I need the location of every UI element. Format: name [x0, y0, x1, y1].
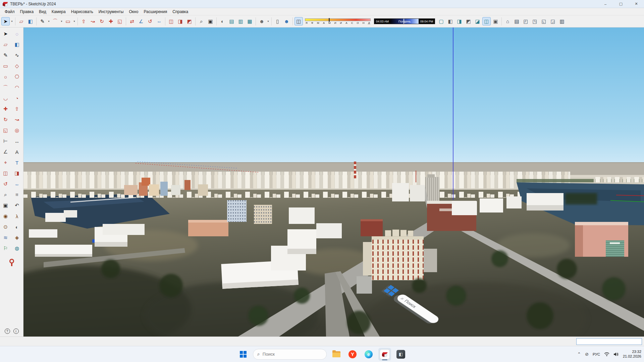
avatar-icon[interactable]: ☻ [258, 17, 266, 25]
view-back-icon[interactable]: ◱ [540, 17, 548, 25]
zoom-tool-icon[interactable]: ⌕ [197, 17, 206, 25]
view-front-icon[interactable]: ◰ [522, 17, 530, 25]
menu-item-0[interactable]: Файл [2, 9, 17, 15]
select-dropdown-icon[interactable]: ▾ [10, 20, 13, 23]
follow-me-tool-icon[interactable]: ↝ [12, 115, 22, 124]
view-right-icon[interactable]: ◳ [531, 17, 539, 25]
polygon-tool-icon[interactable]: ⎔ [12, 72, 22, 81]
protractor-tool-icon[interactable]: ∠ [137, 17, 145, 25]
view-left-icon[interactable]: ◲ [549, 17, 557, 25]
volume-icon[interactable] [613, 352, 619, 357]
maximize-button[interactable]: ▢ [613, 0, 629, 8]
zoom-window-tool-icon[interactable]: ⌗ [12, 190, 22, 199]
pie-tool-icon[interactable]: ◔ [12, 94, 22, 103]
menu-item-4[interactable]: Нарисовать [68, 9, 96, 15]
arc-dropdown-icon[interactable]: ▾ [60, 20, 63, 23]
menu-item-6[interactable]: Окно [126, 9, 141, 15]
view-xray-icon[interactable]: ▣ [491, 17, 500, 25]
rotate-tool-icon[interactable]: ↻ [1, 115, 10, 124]
paint-tool-icon[interactable]: ◧ [12, 40, 22, 49]
section-fill-icon[interactable]: ◨ [176, 17, 184, 25]
view-hidden-geometry-icon[interactable]: ▢ [437, 17, 445, 25]
rotate-tool-icon[interactable]: ↻ [98, 17, 106, 25]
line-tool-icon[interactable]: ✎ [1, 51, 10, 60]
line-dropdown-icon[interactable]: ▾ [47, 20, 50, 23]
view-monochrome-icon[interactable]: ◫ [482, 17, 491, 25]
scale-tool-icon[interactable]: ◱ [1, 126, 10, 135]
close-button[interactable]: ✕ [629, 0, 644, 8]
avatar-dropdown-icon[interactable]: ▾ [267, 20, 270, 23]
section-plane-tool-icon[interactable]: ◫ [1, 169, 10, 178]
taskbar-search[interactable]: ⌕ [253, 349, 327, 360]
eraser-tool-icon[interactable]: ▱ [1, 40, 10, 49]
scene-canvas[interactable] [23, 27, 644, 337]
start-button[interactable] [237, 348, 250, 361]
view-back-edges-icon[interactable]: ◧ [446, 17, 454, 25]
protractor-tool-icon[interactable]: ∠ [1, 147, 10, 156]
shadows-toggle-button[interactable]: ◫ [294, 17, 303, 25]
2-point-arc-tool-icon[interactable]: ◠ [12, 83, 22, 92]
menu-item-8[interactable]: Справка [170, 9, 191, 15]
tray-chevron-up-icon[interactable]: ⌃ [577, 352, 581, 357]
shadows-tool-icon[interactable]: ◐ [12, 223, 22, 231]
shape-dropdown-icon[interactable]: ▾ [73, 20, 76, 23]
add-location-pin-icon[interactable] [7, 258, 16, 267]
flip-tool-icon[interactable]: ⇄ [128, 17, 136, 25]
push-pull-tool-icon[interactable]: ⇧ [12, 105, 22, 113]
taskbar-explorer-button[interactable] [330, 348, 343, 361]
month-slider-thumb[interactable] [329, 18, 330, 22]
3d-text-tool-icon[interactable]: T [12, 158, 22, 167]
style-wireframe-icon[interactable]: ▤ [227, 17, 236, 25]
view-shaded-icon[interactable]: ◩ [464, 17, 473, 25]
match-photo-tool-icon[interactable]: ◈ [12, 233, 22, 242]
taskbar-sketchup-button[interactable] [378, 348, 391, 361]
move-tool-icon[interactable]: ✚ [107, 17, 115, 25]
time-slider-thumb[interactable] [404, 19, 404, 24]
menu-item-2[interactable]: Вид [36, 9, 49, 15]
scale-tool-icon[interactable]: ◱ [116, 17, 124, 25]
tape-measure-tool-icon[interactable]: ⊢ [1, 137, 10, 145]
shadow-settings-icon[interactable]: ◐ [218, 17, 227, 25]
view-top-icon[interactable]: ▤ [513, 17, 521, 25]
zoom-extents-icon[interactable]: ▣ [206, 17, 215, 25]
view-textured-icon[interactable]: ◪ [473, 17, 482, 25]
taskbar-yandex-button[interactable]: Y [346, 348, 359, 361]
text-tool-icon[interactable]: A [12, 147, 22, 156]
offset-tool-icon[interactable]: ◎ [12, 126, 22, 135]
outliner-person-icon[interactable]: ☻ [282, 17, 291, 25]
freehand-tool-icon[interactable]: ∿ [12, 51, 22, 60]
shadow-month-slider[interactable]: ЯФМАМИИАСОНД [305, 18, 371, 24]
view-wireframe-icon[interactable]: ◨ [455, 17, 464, 25]
clock[interactable]: 23:32 21.02.2026 [623, 350, 641, 359]
arc-tool-icon[interactable]: ⌒ [51, 17, 59, 25]
add-location-tool-icon[interactable]: ⚐ [1, 244, 10, 253]
rotated-rectangle-tool-icon[interactable]: ◇ [12, 62, 22, 70]
model-viewport[interactable]: ⌕ Поиск [23, 27, 644, 337]
view-iso-icon[interactable]: ⌂ [503, 17, 512, 25]
minimize-button[interactable]: – [598, 0, 613, 8]
walk-tool-icon[interactable]: λ [12, 212, 22, 221]
style-textured-icon[interactable]: ▦ [246, 17, 254, 25]
select-tool-icon[interactable]: ➤ [1, 29, 10, 38]
zoom-extents-tool-icon[interactable]: ▣ [1, 201, 10, 210]
section-plane-icon[interactable]: ◫ [167, 17, 175, 25]
wifi-icon[interactable] [604, 352, 609, 356]
menu-item-1[interactable]: Правка [17, 9, 37, 15]
dimensions-tool-icon[interactable]: ↔ [12, 137, 22, 145]
rectangle-tool-icon[interactable]: ▭ [1, 62, 10, 70]
measurements-input[interactable] [576, 338, 642, 345]
orbit-tool-icon[interactable]: ↺ [146, 17, 154, 25]
paint-tool-icon[interactable]: ◧ [26, 17, 35, 25]
look-around-tool-icon[interactable]: ⊙ [1, 223, 10, 231]
move-tool-icon[interactable]: ✚ [1, 105, 10, 113]
menu-item-5[interactable]: Инструменты [96, 9, 126, 15]
info-icon[interactable]: i [13, 328, 19, 334]
language-indicator[interactable]: РУС [593, 352, 600, 356]
menu-item-3[interactable]: Камера [49, 9, 68, 15]
lasso-tool-icon[interactable]: ◌ [12, 29, 22, 38]
section-display-icon[interactable]: ◩ [185, 17, 194, 25]
geo-location-tool-icon[interactable]: ◍ [12, 244, 22, 253]
position-camera-tool-icon[interactable]: ◉ [1, 212, 10, 221]
view-plan-icon[interactable]: ▥ [558, 17, 566, 25]
select-tool-button[interactable]: ➤ [1, 17, 10, 25]
